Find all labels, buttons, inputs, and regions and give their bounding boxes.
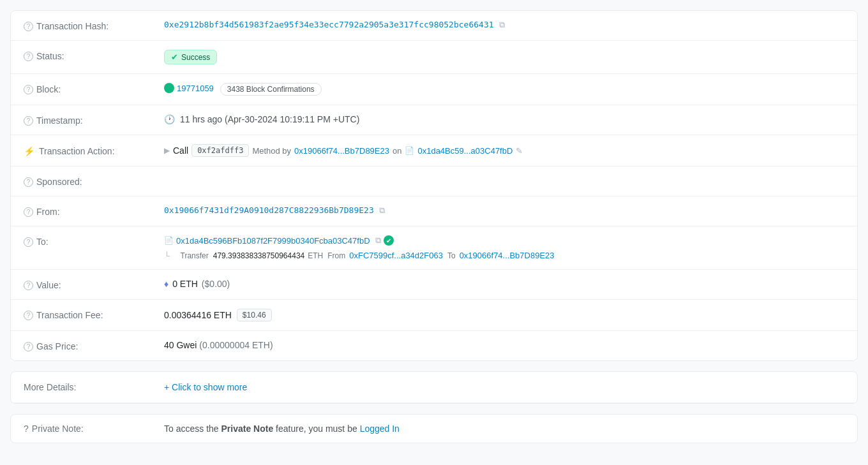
fee-row: ? Transaction Fee: 0.00364416 ETH $10.46	[11, 300, 857, 331]
method-badge: 0xf2afdff3	[191, 144, 249, 157]
block-info-icon: ?	[24, 85, 33, 94]
from-info-icon: ?	[24, 207, 33, 217]
timestamp-value: 🕐 11 hrs ago (Apr-30-2024 10:19:11 PM +U…	[164, 114, 844, 124]
fee-info-icon: ?	[24, 311, 33, 320]
private-note-info-icon: ?	[24, 424, 29, 434]
to-row: ? To: 📄 0x1da4Bc596BFb1087f2F7999b0340Fc…	[11, 226, 857, 270]
more-details-label: More Details:	[24, 382, 164, 392]
tx-hash-row: ? Transaction Hash: 0xe2912b8bf34d561983…	[11, 11, 857, 41]
from-value: 0x19066f7431df29A0910d287C8822936Bb7D89E…	[164, 205, 844, 216]
private-note-card: ? Private Note: To access the Private No…	[10, 414, 858, 443]
logged-in-link[interactable]: Logged In	[360, 424, 400, 434]
to-value: 📄 0x1da4Bc596BFb1087f2F7999b0340Fcba03C4…	[164, 235, 844, 260]
sponsored-info-icon: ?	[24, 177, 33, 187]
transfer-row: └ Transfer 479.393838338750964434 ETH Fr…	[164, 251, 555, 260]
block-number-link[interactable]: 19771059	[177, 84, 214, 93]
status-label: ? Status:	[24, 50, 164, 61]
value-row: ? Value: ♦ 0 ETH ($0.00)	[11, 270, 857, 300]
action-label: ⚡ Transaction Action:	[24, 145, 164, 156]
tx-hash-text: 0xe2912b8bf34d561983f2ae95f34e33ecc7792a…	[164, 20, 494, 29]
contract-file-icon: 📄	[405, 146, 414, 155]
eth-diamond-icon: ♦	[164, 279, 168, 289]
more-details-row: More Details: + Click to show more	[11, 372, 857, 403]
edit-icon[interactable]: ✎	[516, 146, 523, 156]
transfer-amount: 479.393838338750964434	[213, 251, 304, 260]
copy-hash-icon[interactable]: ⧉	[499, 20, 505, 30]
status-row: ? Status: ✔ Success	[11, 41, 857, 74]
private-note-value: To access the Private Note feature, you …	[164, 424, 400, 434]
action-value: ▶ Call 0xf2afdff3 Method by 0x19066f74..…	[164, 144, 844, 157]
value-info-icon: ?	[24, 281, 33, 290]
timestamp-label: ? Timestamp:	[24, 114, 164, 126]
tx-hash-value: 0xe2912b8bf34d561983f2ae95f34e33ecc7792a…	[164, 20, 844, 30]
block-number: ✔ 19771059	[164, 83, 214, 93]
action-contract-address[interactable]: 0x1da4Bc59...a03C47fbD	[417, 146, 513, 156]
block-row: ? Block: ✔ 19771059 3438 Block Confirmat…	[11, 74, 857, 105]
clock-icon: 🕐	[164, 114, 175, 124]
from-address-link[interactable]: 0x19066f7431df29A0910d287C8822936Bb7D89E…	[164, 205, 374, 215]
timestamp-row: ? Timestamp: 🕐 11 hrs ago (Apr-30-2024 1…	[11, 105, 857, 135]
fee-usd-badge: $10.46	[237, 309, 272, 321]
click-to-show-link[interactable]: + Click to show more	[164, 382, 247, 392]
private-note-label: ? Private Note:	[24, 424, 164, 434]
gas-label: ? Gas Price:	[24, 340, 164, 351]
more-details-card: More Details: + Click to show more	[10, 371, 858, 404]
tx-hash-label: ? Transaction Hash:	[24, 20, 164, 31]
to-main: 📄 0x1da4Bc596BFb1087f2F7999b0340Fcba03C4…	[164, 235, 394, 246]
to-verified-icon: ✔	[384, 235, 394, 246]
value-label: ? Value:	[24, 279, 164, 290]
from-label: ? From:	[24, 205, 164, 217]
value-value: ♦ 0 ETH ($0.00)	[164, 279, 844, 289]
call-arrow-icon: ▶	[164, 146, 170, 155]
to-contract-icon: 📄	[164, 236, 174, 245]
fee-value: 0.00364416 ETH $10.46	[164, 309, 844, 321]
to-label: ? To:	[24, 235, 164, 247]
sponsored-label: ? Sponsored:	[24, 175, 164, 187]
status-badge: ✔ Success	[164, 50, 217, 64]
status-info-icon: ?	[24, 52, 33, 61]
tx-hash-info-icon: ?	[24, 22, 33, 31]
status-value: ✔ Success	[164, 50, 844, 64]
block-confirmations-badge: 3438 Block Confirmations	[220, 83, 322, 96]
transaction-card: ? Transaction Hash: 0xe2912b8bf34d561983…	[10, 10, 858, 361]
action-from-address[interactable]: 0x19066f74...Bb7D89E23	[294, 146, 389, 156]
success-check-icon: ✔	[171, 52, 178, 62]
gas-info-icon: ?	[24, 342, 33, 351]
block-check-icon: ✔	[164, 83, 174, 93]
timestamp-info-icon: ?	[24, 116, 33, 126]
private-note-row: ? Private Note: To access the Private No…	[11, 415, 857, 443]
gas-secondary: (0.00000004 ETH)	[199, 340, 273, 350]
block-label: ? Block:	[24, 83, 164, 94]
transfer-from-address[interactable]: 0xFC7599cf...a34d2F063	[349, 251, 443, 260]
transfer-to-address[interactable]: 0x19066f74...Bb7D89E23	[460, 251, 555, 260]
block-value: ✔ 19771059 3438 Block Confirmations	[164, 83, 844, 96]
gas-value: 40 Gwei (0.00000004 ETH)	[164, 340, 844, 350]
value-usd: ($0.00)	[202, 279, 230, 289]
action-row: ⚡ Transaction Action: ▶ Call 0xf2afdff3 …	[11, 135, 857, 166]
to-info-icon: ?	[24, 237, 33, 247]
lightning-icon: ⚡	[24, 146, 34, 156]
copy-from-icon[interactable]: ⧉	[379, 205, 385, 216]
from-row: ? From: 0x19066f7431df29A0910d287C882293…	[11, 196, 857, 226]
gas-row: ? Gas Price: 40 Gwei (0.00000004 ETH)	[11, 331, 857, 360]
copy-to-icon[interactable]: ⧉	[375, 235, 381, 246]
to-address-link[interactable]: 0x1da4Bc596BFb1087f2F7999b0340Fcba03C47f…	[176, 236, 370, 246]
transfer-label: Transfer	[181, 251, 209, 260]
fee-label: ? Transaction Fee:	[24, 309, 164, 320]
sponsored-row: ? Sponsored:	[11, 166, 857, 196]
